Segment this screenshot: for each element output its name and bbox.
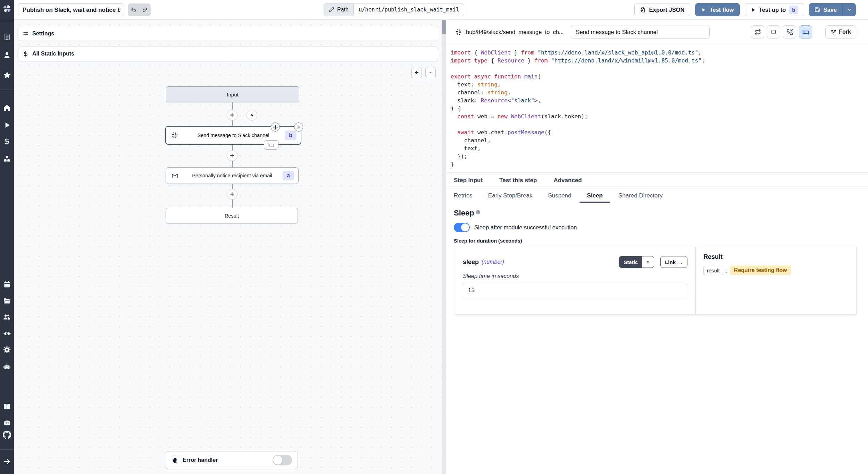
fork-button[interactable]: Fork bbox=[825, 25, 856, 39]
sidebar-gear-icon[interactable] bbox=[0, 346, 14, 354]
link-button[interactable]: Link → bbox=[660, 256, 687, 268]
hub-script-path: hub/849/slack/send_message_to_ch... bbox=[466, 29, 564, 35]
export-json-button[interactable]: Export JSON bbox=[634, 3, 691, 16]
sidebar-arrow-right-icon[interactable] bbox=[0, 457, 14, 466]
delete-node-button[interactable] bbox=[294, 122, 303, 132]
static-option[interactable]: Static bbox=[619, 256, 642, 268]
sidebar-github-icon[interactable] bbox=[0, 431, 14, 439]
sliders-icon bbox=[23, 31, 29, 37]
add-step-button[interactable] bbox=[227, 189, 237, 200]
redo-button[interactable] bbox=[142, 7, 148, 13]
flow-node-input[interactable]: Input bbox=[166, 86, 299, 102]
repeat-icon bbox=[754, 29, 761, 35]
sidebar-dollar-icon[interactable] bbox=[0, 137, 14, 145]
subtab-sleep[interactable]: Sleep bbox=[587, 188, 603, 203]
add-step-button[interactable] bbox=[227, 110, 237, 120]
sleep-value-input[interactable] bbox=[463, 283, 687, 298]
step-header: hub/849/slack/send_message_to_ch... bbox=[446, 20, 868, 44]
flow-graph-panel: Settings All Static Inputs + - Input bbox=[14, 20, 442, 474]
chevron-down-icon bbox=[846, 7, 852, 12]
windmill-logo[interactable] bbox=[0, 4, 14, 14]
bug-icon bbox=[172, 457, 178, 464]
sidebar-discord-icon[interactable] bbox=[0, 418, 14, 427]
code-editor[interactable]: import { WebClient } from "https://deno.… bbox=[446, 44, 868, 173]
sleep-indicator bbox=[264, 140, 278, 150]
sidebar-eye-icon[interactable] bbox=[0, 329, 14, 338]
sidebar-folder-icon[interactable] bbox=[0, 297, 14, 305]
flow-node-slack[interactable]: Send message to Slack channel b bbox=[165, 126, 301, 145]
retries-icon-button[interactable] bbox=[751, 25, 764, 39]
phone-incoming-icon bbox=[786, 29, 793, 35]
save-button[interactable]: Save bbox=[809, 3, 842, 16]
sidebar-calendar-icon[interactable] bbox=[0, 280, 14, 288]
all-static-inputs-button[interactable]: All Static Inputs bbox=[18, 46, 438, 61]
step-detail-panel: hub/849/slack/send_message_to_ch... bbox=[446, 20, 868, 474]
sidebar-book-icon[interactable] bbox=[0, 403, 14, 411]
dollar-icon bbox=[23, 51, 29, 57]
bed-icon bbox=[268, 142, 274, 148]
sidebar-user-icon[interactable] bbox=[0, 51, 14, 59]
step-name-input[interactable] bbox=[571, 25, 710, 39]
sidebar-home-icon[interactable] bbox=[0, 104, 14, 112]
result-key: result bbox=[703, 266, 723, 275]
sidebar-boxes-icon[interactable] bbox=[0, 155, 14, 163]
tab-test-this-step[interactable]: Test this step bbox=[499, 177, 537, 184]
flow-settings-button[interactable]: Settings bbox=[18, 26, 438, 41]
play-icon bbox=[751, 7, 756, 12]
field-name: sleep bbox=[463, 259, 479, 266]
subtab-suspend[interactable]: Suspend bbox=[548, 188, 571, 203]
slack-icon bbox=[455, 29, 462, 35]
code-option[interactable] bbox=[642, 256, 654, 268]
sleep-icon-button[interactable] bbox=[799, 25, 812, 39]
save-dropdown-button[interactable] bbox=[842, 3, 856, 16]
sidebar-robot-icon[interactable] bbox=[0, 363, 14, 371]
suspend-icon-button[interactable] bbox=[783, 25, 796, 39]
sleep-section: Sleep Sleep after module successful exec… bbox=[446, 203, 868, 474]
error-handler-toggle[interactable] bbox=[273, 455, 292, 465]
plus-icon bbox=[229, 112, 235, 118]
add-trigger-button[interactable] bbox=[247, 110, 257, 120]
info-icon bbox=[475, 210, 481, 215]
zoom-out-button[interactable]: - bbox=[425, 67, 436, 78]
sleep-config-box: sleep (number) Static Link → bbox=[454, 247, 857, 315]
tab-step-input[interactable]: Step Input bbox=[454, 177, 483, 184]
sleep-heading: Sleep bbox=[454, 209, 474, 218]
topbar: Path u/henri/publish_slack_wait_mail Exp… bbox=[14, 0, 868, 20]
play-icon bbox=[701, 7, 706, 12]
flow-title-input[interactable] bbox=[18, 3, 124, 16]
sidebar-play-icon[interactable] bbox=[0, 121, 14, 129]
sleep-toggle[interactable] bbox=[454, 223, 470, 232]
sidebar-users-gear-icon[interactable] bbox=[0, 313, 14, 321]
bed-icon bbox=[802, 29, 809, 35]
advanced-subtabs: RetriesEarly Stop/BreakSuspendSleepShare… bbox=[446, 188, 868, 203]
sidebar-building-icon[interactable] bbox=[0, 33, 14, 41]
panel-splitter[interactable] bbox=[442, 20, 446, 474]
step-tabs: Step InputTest this stepAdvanced bbox=[446, 173, 868, 188]
early-stop-icon-button[interactable] bbox=[767, 25, 780, 39]
square-icon bbox=[770, 29, 777, 35]
sidebar-star-icon[interactable] bbox=[0, 71, 14, 79]
move-node-button[interactable] bbox=[271, 122, 280, 132]
subtab-early-stop-break[interactable]: Early Stop/Break bbox=[488, 188, 533, 203]
path-value[interactable]: u/henri/publish_slack_wait_mail bbox=[354, 3, 464, 16]
tab-advanced[interactable]: Advanced bbox=[553, 177, 582, 184]
result-heading: Result bbox=[703, 253, 849, 261]
path-field[interactable]: Path u/henri/publish_slack_wait_mail bbox=[324, 3, 464, 16]
path-label: Path bbox=[324, 3, 354, 16]
sidebar bbox=[0, 0, 14, 474]
test-flow-button[interactable]: Test flow bbox=[695, 3, 740, 16]
undo-button[interactable] bbox=[131, 7, 136, 13]
flow-node-email[interactable]: Personally notice recipient via email a bbox=[166, 167, 299, 184]
zoom-in-button[interactable]: + bbox=[411, 67, 422, 78]
subtab-retries[interactable]: Retries bbox=[454, 188, 473, 203]
add-step-button[interactable] bbox=[227, 150, 237, 161]
result-value: Require testing flow bbox=[730, 265, 791, 275]
sleep-toggle-label: Sleep after module successful execution bbox=[474, 224, 577, 231]
error-handler[interactable]: Error handler bbox=[166, 451, 298, 469]
test-up-to-button[interactable]: Test up to b bbox=[745, 3, 804, 16]
node-badge: a bbox=[283, 171, 294, 180]
flow-node-result[interactable]: Result bbox=[166, 208, 298, 223]
sleep-duration-label: Sleep for duration (seconds) bbox=[454, 238, 862, 244]
subtab-shared-directory[interactable]: Shared Directory bbox=[618, 188, 663, 203]
move-icon bbox=[273, 125, 278, 130]
